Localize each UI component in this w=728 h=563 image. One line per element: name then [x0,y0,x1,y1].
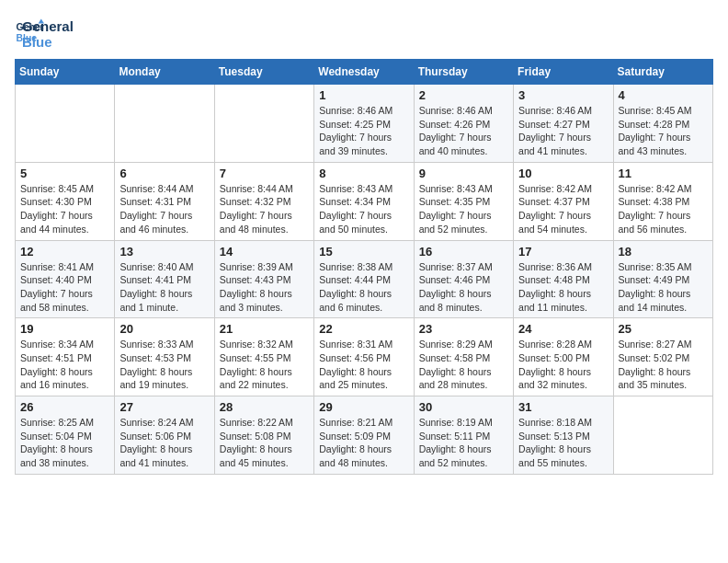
day-info: Sunrise: 8:34 AMSunset: 4:51 PMDaylight:… [20,338,109,392]
calendar-cell [115,85,214,163]
weekday-header-wednesday: Wednesday [314,60,414,85]
calendar-cell: 10Sunrise: 8:42 AMSunset: 4:37 PMDayligh… [514,162,613,240]
day-info: Sunrise: 8:40 AMSunset: 4:41 PMDaylight:… [119,260,209,315]
weekday-header-tuesday: Tuesday [214,60,313,85]
calendar-cell: 30Sunrise: 8:19 AMSunset: 5:11 PMDayligh… [414,396,513,475]
day-info: Sunrise: 8:44 AMSunset: 4:31 PMDaylight:… [119,182,209,236]
day-number: 1 [319,88,408,102]
calendar-cell: 8Sunrise: 8:43 AMSunset: 4:34 PMDaylight… [314,162,414,240]
day-info: Sunrise: 8:36 AMSunset: 4:48 PMDaylight:… [518,260,608,315]
calendar-cell: 18Sunrise: 8:35 AMSunset: 4:49 PMDayligh… [613,240,712,318]
calendar-cell: 13Sunrise: 8:40 AMSunset: 4:41 PMDayligh… [115,240,214,318]
logo-general: General [22,18,74,34]
logo: General Blue General Blue [15,15,74,50]
weekday-header-friday: Friday [514,60,613,85]
day-number: 24 [518,322,608,336]
day-number: 10 [518,167,608,180]
day-number: 8 [319,167,408,180]
day-info: Sunrise: 8:43 AMSunset: 4:35 PMDaylight:… [419,182,508,236]
day-number: 23 [419,322,508,336]
day-info: Sunrise: 8:43 AMSunset: 4:34 PMDaylight:… [319,182,408,236]
day-number: 16 [419,245,508,259]
calendar-cell: 12Sunrise: 8:41 AMSunset: 4:40 PMDayligh… [16,240,115,318]
calendar-cell: 24Sunrise: 8:28 AMSunset: 5:00 PMDayligh… [514,318,613,396]
day-info: Sunrise: 8:22 AMSunset: 5:08 PMDaylight:… [220,416,309,470]
day-info: Sunrise: 8:37 AMSunset: 4:46 PMDaylight:… [419,260,508,315]
day-number: 4 [619,88,708,102]
day-number: 9 [419,167,508,180]
day-info: Sunrise: 8:24 AMSunset: 5:06 PMDaylight:… [119,416,209,470]
calendar-cell: 1Sunrise: 8:46 AMSunset: 4:25 PMDaylight… [314,85,414,163]
calendar-cell [16,85,115,163]
day-info: Sunrise: 8:35 AMSunset: 4:49 PMDaylight:… [619,260,708,315]
day-info: Sunrise: 8:21 AMSunset: 5:09 PMDaylight:… [319,416,408,470]
calendar-cell: 5Sunrise: 8:45 AMSunset: 4:30 PMDaylight… [16,162,115,240]
day-info: Sunrise: 8:45 AMSunset: 4:28 PMDaylight:… [619,104,708,158]
weekday-header-sunday: Sunday [16,60,115,85]
calendar-cell: 25Sunrise: 8:27 AMSunset: 5:02 PMDayligh… [613,318,712,396]
calendar-cell: 27Sunrise: 8:24 AMSunset: 5:06 PMDayligh… [115,396,214,475]
day-info: Sunrise: 8:25 AMSunset: 5:04 PMDaylight:… [20,416,109,470]
calendar-cell: 22Sunrise: 8:31 AMSunset: 4:56 PMDayligh… [314,318,414,396]
day-number: 12 [20,245,109,259]
calendar-cell: 3Sunrise: 8:46 AMSunset: 4:27 PMDaylight… [514,85,613,163]
calendar-cell: 26Sunrise: 8:25 AMSunset: 5:04 PMDayligh… [16,396,115,475]
day-info: Sunrise: 8:44 AMSunset: 4:32 PMDaylight:… [220,182,309,236]
calendar-cell: 29Sunrise: 8:21 AMSunset: 5:09 PMDayligh… [314,396,414,475]
day-number: 5 [20,167,109,180]
day-number: 7 [220,167,309,180]
day-number: 2 [419,88,508,102]
day-info: Sunrise: 8:46 AMSunset: 4:26 PMDaylight:… [419,104,508,158]
day-info: Sunrise: 8:39 AMSunset: 4:43 PMDaylight:… [220,260,309,315]
calendar-cell: 21Sunrise: 8:32 AMSunset: 4:55 PMDayligh… [214,318,313,396]
day-info: Sunrise: 8:46 AMSunset: 4:25 PMDaylight:… [319,104,408,158]
calendar-cell: 7Sunrise: 8:44 AMSunset: 4:32 PMDaylight… [214,162,313,240]
day-info: Sunrise: 8:19 AMSunset: 5:11 PMDaylight:… [419,416,508,470]
day-number: 6 [119,167,209,180]
calendar-cell: 6Sunrise: 8:44 AMSunset: 4:31 PMDaylight… [115,162,214,240]
day-number: 13 [119,245,209,259]
page-header: General Blue General Blue [15,15,713,50]
calendar-cell: 15Sunrise: 8:38 AMSunset: 4:44 PMDayligh… [314,240,414,318]
day-number: 3 [518,88,608,102]
day-number: 29 [319,400,408,414]
calendar-cell [214,85,313,163]
day-info: Sunrise: 8:32 AMSunset: 4:55 PMDaylight:… [220,338,309,392]
calendar-cell: 23Sunrise: 8:29 AMSunset: 4:58 PMDayligh… [414,318,513,396]
calendar-cell: 4Sunrise: 8:45 AMSunset: 4:28 PMDaylight… [613,85,712,163]
day-info: Sunrise: 8:46 AMSunset: 4:27 PMDaylight:… [518,104,608,158]
calendar-cell: 17Sunrise: 8:36 AMSunset: 4:48 PMDayligh… [514,240,613,318]
weekday-header-monday: Monday [115,60,214,85]
day-number: 21 [220,322,309,336]
day-info: Sunrise: 8:33 AMSunset: 4:53 PMDaylight:… [119,338,209,392]
calendar-cell: 16Sunrise: 8:37 AMSunset: 4:46 PMDayligh… [414,240,513,318]
day-info: Sunrise: 8:42 AMSunset: 4:38 PMDaylight:… [619,182,708,236]
day-number: 15 [319,245,408,259]
day-info: Sunrise: 8:28 AMSunset: 5:00 PMDaylight:… [518,338,608,392]
day-info: Sunrise: 8:38 AMSunset: 4:44 PMDaylight:… [319,260,408,315]
calendar-cell: 19Sunrise: 8:34 AMSunset: 4:51 PMDayligh… [16,318,115,396]
calendar-cell: 9Sunrise: 8:43 AMSunset: 4:35 PMDaylight… [414,162,513,240]
day-info: Sunrise: 8:18 AMSunset: 5:13 PMDaylight:… [518,416,608,470]
day-number: 25 [619,322,708,336]
calendar-table: SundayMondayTuesdayWednesdayThursdayFrid… [15,59,713,475]
logo-blue: Blue [22,34,74,50]
day-number: 28 [220,400,309,414]
day-info: Sunrise: 8:31 AMSunset: 4:56 PMDaylight:… [319,338,408,392]
day-info: Sunrise: 8:42 AMSunset: 4:37 PMDaylight:… [518,182,608,236]
day-number: 27 [119,400,209,414]
day-number: 17 [518,245,608,259]
day-info: Sunrise: 8:45 AMSunset: 4:30 PMDaylight:… [20,182,109,236]
day-number: 18 [619,245,708,259]
day-number: 11 [619,167,708,180]
day-number: 30 [419,400,508,414]
day-info: Sunrise: 8:27 AMSunset: 5:02 PMDaylight:… [619,338,708,392]
calendar-cell: 31Sunrise: 8:18 AMSunset: 5:13 PMDayligh… [514,396,613,475]
weekday-header-saturday: Saturday [613,60,712,85]
day-number: 19 [20,322,109,336]
calendar-cell: 14Sunrise: 8:39 AMSunset: 4:43 PMDayligh… [214,240,313,318]
calendar-cell: 28Sunrise: 8:22 AMSunset: 5:08 PMDayligh… [214,396,313,475]
day-number: 14 [220,245,309,259]
calendar-cell [613,396,712,475]
day-number: 26 [20,400,109,414]
